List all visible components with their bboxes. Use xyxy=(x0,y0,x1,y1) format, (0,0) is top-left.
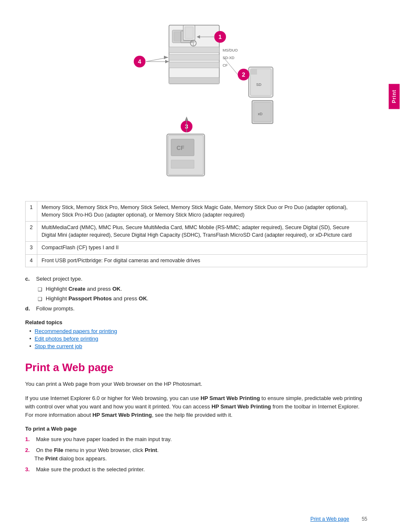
bullet-3: • xyxy=(29,343,31,349)
card-slots-diagram: SD xD MS/DUO SD-XD xyxy=(106,13,286,193)
sub-instruction-list: ❑ Highlight Create and press OK. ❑ Highl… xyxy=(38,285,367,303)
related-topics-list: • Recommended papers for printing • Edit… xyxy=(29,328,367,349)
c-text: Select project type. xyxy=(36,275,83,283)
step-1-text: Make sure you have paper loaded in the m… xyxy=(36,435,172,444)
diagram-area: SD xD MS/DUO SD-XD xyxy=(25,8,367,193)
table-cell-text: Memory Stick, Memory Stick Pro, Memory S… xyxy=(37,201,367,222)
related-topics-title: Related topics xyxy=(25,319,367,325)
table-row: 2MultiMediaCard (MMC), MMC Plus, Secure … xyxy=(26,222,367,242)
table-row: 3CompactFlash (CF) types I and II xyxy=(26,242,367,255)
sub-item-1: Highlight Create and press OK. xyxy=(46,285,122,293)
related-topics: Related topics • Recommended papers for … xyxy=(25,319,367,349)
svg-marker-8 xyxy=(250,69,257,75)
steps-list: 1. Make sure you have paper loaded in th… xyxy=(25,435,367,474)
table-cell-text: Front USB port/Pictbridge: For digital c… xyxy=(37,254,367,267)
bullet-2: • xyxy=(29,336,31,342)
table-cell-num: 3 xyxy=(26,242,37,255)
table-cell-num: 1 xyxy=(26,201,37,222)
d-label: d. xyxy=(25,305,34,313)
step-2-num: 2. xyxy=(25,446,34,455)
checkbox-icon-2: ❑ xyxy=(38,295,42,303)
svg-marker-43 xyxy=(164,56,168,59)
svg-text:SD: SD xyxy=(256,83,262,87)
table-row: 4Front USB port/Pictbridge: For digital … xyxy=(26,254,367,267)
sub-item-2: Highlight Passport Photos and press OK. xyxy=(46,294,148,303)
svg-rect-26 xyxy=(171,160,194,168)
link-stop-job[interactable]: Stop the current job xyxy=(35,343,82,349)
side-tab: Print xyxy=(388,0,400,532)
d-text: Follow prompts. xyxy=(36,305,75,313)
sub-heading-print-web: To print a Web page xyxy=(25,426,367,432)
table-row: 1Memory Stick, Memory Stick Pro, Memory … xyxy=(26,201,367,222)
svg-text:4: 4 xyxy=(138,58,141,65)
step-2-text: On the File menu in your Web browser, cl… xyxy=(36,446,158,455)
section-heading: Print a Web page xyxy=(25,361,367,374)
section-para2: If you use Internet Explorer 6.0 or high… xyxy=(25,394,367,419)
c-label: c. xyxy=(25,275,34,283)
info-table: 1Memory Stick, Memory Stick Pro, Memory … xyxy=(25,201,367,267)
bullet-1: • xyxy=(29,328,31,334)
step-1-num: 1. xyxy=(25,435,34,444)
svg-text:SD-XD: SD-XD xyxy=(223,56,235,60)
svg-text:CF: CF xyxy=(177,145,184,151)
svg-rect-17 xyxy=(169,62,219,68)
checkbox-icon-1: ❑ xyxy=(38,286,42,293)
svg-rect-15 xyxy=(169,54,219,60)
link-recommended-papers[interactable]: Recommended papers for printing xyxy=(35,328,117,334)
step-2-note: The Print dialog box appears. xyxy=(34,455,107,463)
table-cell-text: MultiMediaCard (MMC), MMC Plus, Secure M… xyxy=(37,222,367,242)
svg-text:MS/DUO: MS/DUO xyxy=(223,48,238,52)
link-edit-photos[interactable]: Edit photos before printing xyxy=(35,336,99,342)
svg-rect-21 xyxy=(169,77,219,84)
svg-marker-41 xyxy=(185,116,188,121)
table-cell-num: 4 xyxy=(26,254,37,267)
step-3-num: 3. xyxy=(25,465,34,474)
svg-text:2: 2 xyxy=(242,71,245,78)
svg-rect-11 xyxy=(254,102,271,122)
svg-marker-46 xyxy=(165,60,169,63)
side-tab-label: Print xyxy=(389,84,400,109)
svg-rect-20 xyxy=(185,27,193,39)
page-footer: Print a Web page 55 xyxy=(310,516,367,522)
step-3-text: Make sure the product is the selected pr… xyxy=(36,465,145,474)
svg-text:CF: CF xyxy=(223,63,228,67)
footer-link[interactable]: Print a Web page xyxy=(310,516,349,522)
svg-rect-3 xyxy=(174,32,182,41)
footer-page-num: 55 xyxy=(362,516,367,522)
svg-text:1: 1 xyxy=(218,34,222,40)
instruction-block: c. Select project type. ❑ Highlight Crea… xyxy=(25,275,367,312)
svg-rect-13 xyxy=(169,47,219,53)
table-cell-text: CompactFlash (CF) types I and II xyxy=(37,242,367,255)
svg-text:xD: xD xyxy=(258,112,263,116)
section-para1: You can print a Web page from your Web b… xyxy=(25,380,367,388)
table-cell-num: 2 xyxy=(26,222,37,242)
